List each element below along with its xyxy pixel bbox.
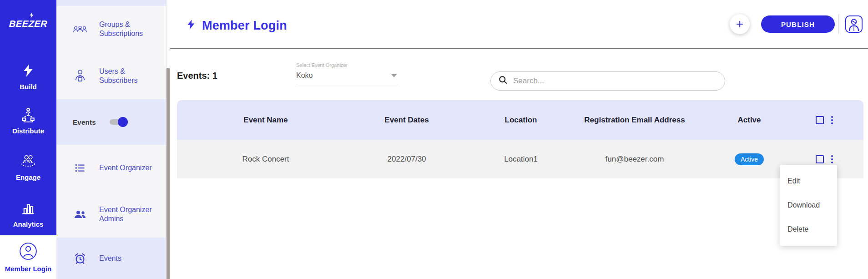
alarm-clock-icon [72,252,88,265]
cell-registration-email: fun@beezer.com [583,155,686,164]
sidebar-item-label: Member Login [5,265,52,273]
main-content: Member Login + PUBLISH Events: 1 [170,0,868,279]
list-icon [72,163,88,173]
events-toggle-label: Events [73,118,96,126]
row-context-menu: Edit Download Delete [780,165,837,246]
sidebar-item-label: Analytics [13,220,44,228]
org-chart-icon [20,107,36,125]
cell-event-name: Rock Concert [177,155,354,164]
people-filled-icon [72,209,88,219]
sidebar-item-events[interactable]: Events [56,238,166,279]
sidebar-item-label: Event Organizer [99,163,152,172]
column-header-event-dates: Event Dates [354,115,459,125]
sidebar-item-engage[interactable]: Engage [0,154,56,181]
header-controls [812,114,855,126]
account-button[interactable] [844,15,863,34]
menu-item-download[interactable]: Download [780,193,837,217]
events-table: Event Name Event Dates Location Registra… [177,100,863,178]
page-title-wrap: Member Login [187,19,287,33]
person-circle-icon [19,242,38,263]
secondary-sidebar: Groups & Subscriptions Users & Subscribe… [56,0,166,279]
lightning-icon [22,63,34,80]
logo-lightning-icon [29,12,34,20]
sidebar-item-event-organizer[interactable]: Event Organizer [56,145,166,191]
table-header-row: Event Name Event Dates Location Registra… [177,100,863,140]
sidebar-item-label: Engage [16,173,40,181]
row-checkbox[interactable] [816,155,824,163]
column-header-location: Location [459,115,583,125]
row-controls [812,153,855,165]
vertical-scrollbar[interactable] [166,0,170,279]
sidebar-item-groups-subscriptions[interactable]: Groups & Subscriptions [56,6,166,52]
column-header-active: Active [686,115,812,125]
select-value: Koko [296,71,313,80]
sidebar-item-label: Groups & Subscriptions [99,20,156,38]
page-title: Member Login [202,19,287,33]
select-value-row: Koko [296,71,399,84]
scrollbar-thumb[interactable] [167,68,170,279]
sidebar-item-analytics[interactable]: Analytics [0,201,56,228]
toggle-knob [118,117,128,127]
page-header: Member Login + PUBLISH [170,0,868,49]
sidebar-item-label: Users & Subscribers [99,67,156,85]
sidebar-item-event-organizer-admins[interactable]: Event Organizer Admins [56,191,166,238]
events-toggle-switch[interactable] [110,119,125,125]
header-kebab-menu-icon[interactable] [829,114,835,126]
search-icon [498,75,508,87]
cell-location: Location1 [459,155,583,164]
sidebar-item-label: Distribute [12,127,44,135]
add-button[interactable]: + [730,14,750,34]
app-window: BEEZER Build Distribut [0,0,868,279]
bar-chart-icon [20,201,36,218]
sidebar-item-users-subscribers[interactable]: Users & Subscribers [56,52,166,99]
table-row[interactable]: Rock Concert 2022/07/30 Location1 fun@be… [177,140,863,178]
events-toggle-row: Events [56,99,166,145]
select-all-checkbox[interactable] [816,116,824,124]
groups-icon [72,24,88,35]
beezer-logo[interactable]: BEEZER [0,0,56,47]
row-kebab-menu-icon[interactable] [829,153,835,165]
person-badge-icon [844,15,863,34]
events-count: Events: 1 [177,71,217,81]
scrolled-item-strip [56,0,166,6]
chevron-down-icon [391,74,397,77]
primary-sidebar: BEEZER Build Distribut [0,0,56,279]
publish-button[interactable]: PUBLISH [761,15,835,33]
sidebar-item-member-login[interactable]: Member Login [0,235,56,279]
sidebar-item-label: Event Organizer Admins [99,205,156,223]
cell-event-dates: 2022/07/30 [354,155,459,164]
beezer-logo-text: BEEZER [9,19,48,29]
search-input[interactable] [513,76,725,86]
sidebar-item-label: Events [99,254,121,263]
cell-active: Active [686,153,812,165]
menu-item-edit[interactable]: Edit [780,169,837,193]
menu-item-delete[interactable]: Delete [780,217,837,241]
search-box [490,71,725,91]
sidebar-item-label: Build [20,83,37,91]
user-lock-icon [72,69,88,83]
people-outline-icon [20,154,37,169]
toolbar: Events: 1 Select Event Organizer Koko [170,49,868,100]
lightning-icon [187,19,196,32]
sidebar-item-distribute[interactable]: Distribute [0,107,56,135]
select-label: Select Event Organizer [296,62,399,68]
column-header-event-name: Event Name [177,115,354,125]
status-badge: Active [735,153,764,165]
event-organizer-select[interactable]: Select Event Organizer Koko [296,62,399,84]
header-divider [838,14,839,34]
header-actions: + PUBLISH [730,14,863,34]
column-header-registration-email: Registration Email Address [583,115,686,125]
sidebar-item-build[interactable]: Build [0,63,56,91]
